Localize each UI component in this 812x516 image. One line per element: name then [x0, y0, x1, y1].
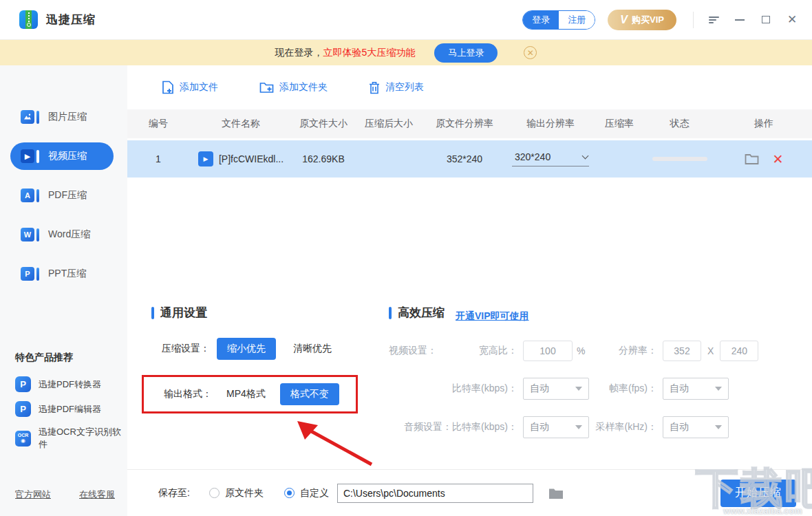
- keep-format-button[interactable]: 格式不变: [280, 383, 339, 405]
- col-compressed-size: 压缩后大小: [354, 118, 423, 130]
- sample-rate-dropdown[interactable]: 自动: [663, 416, 729, 438]
- orig-resolution-value: 352*240: [423, 153, 506, 164]
- ocr-icon: OCR◉: [15, 431, 31, 447]
- file-name: [P]fcCWIEkdl...: [219, 153, 284, 164]
- caret-down-icon: [575, 425, 582, 429]
- featured-products: 特色产品推荐 P 迅捷PDF转换器 P 迅捷PDF编辑器 OCR◉ 迅捷OCR文…: [0, 351, 127, 460]
- notice-close-icon[interactable]: ✕: [524, 46, 537, 59]
- featured-label: 迅捷PDF转换器: [39, 378, 101, 391]
- settings-area: 通用设置 压缩设置： 缩小优先 清晰优先 输出格式： MP4格式 格式不变 高效…: [127, 305, 812, 438]
- mp4-format-button[interactable]: MP4格式: [216, 383, 276, 405]
- clear-list-button[interactable]: 清空列表: [369, 81, 424, 94]
- notice-text: 现在登录，: [275, 47, 323, 59]
- output-format-label: 输出格式：: [164, 388, 212, 400]
- add-file-icon: [162, 80, 174, 94]
- sidebar-item-label: PDF压缩: [48, 189, 87, 202]
- add-folder-label: 添加文件夹: [279, 81, 328, 94]
- bitrate-dropdown[interactable]: 自动: [523, 378, 589, 400]
- add-file-button[interactable]: 添加文件: [162, 80, 218, 94]
- pdf-compress-icon: A: [21, 189, 39, 202]
- clarity-first-button[interactable]: 清晰优先: [283, 338, 342, 360]
- start-compress-button[interactable]: 开始压缩: [720, 480, 796, 507]
- save-original-radio[interactable]: 原文件夹: [209, 487, 264, 499]
- featured-title: 特色产品推荐: [15, 352, 73, 364]
- app-window: 迅捷压缩 登录 注册 V 购买VIP ✕ 现在登录， 立即体验5大压缩功能 马上…: [0, 0, 812, 516]
- titlebar: 迅捷压缩 登录 注册 V 购买VIP ✕: [0, 0, 812, 40]
- shrink-first-button[interactable]: 缩小优先: [217, 338, 276, 360]
- col-ratio: 压缩率: [595, 118, 643, 130]
- notice-bar: 现在登录， 立即体验5大压缩功能 马上登录 ✕: [0, 40, 812, 65]
- login-button[interactable]: 登录: [523, 11, 559, 29]
- online-support-link[interactable]: 在线客服: [79, 488, 115, 501]
- close-icon[interactable]: ✕: [786, 14, 798, 26]
- col-orig-size: 原文件大小: [292, 118, 354, 130]
- output-resolution-value: 320*240: [515, 151, 551, 162]
- audio-bitrate-dropdown[interactable]: 自动: [523, 416, 589, 438]
- sidebar-footer-links: 官方网站 在线客服: [15, 488, 115, 501]
- aspect-ratio-input[interactable]: [523, 341, 573, 361]
- resolution-width-input[interactable]: [663, 341, 701, 361]
- login-now-button[interactable]: 马上登录: [434, 43, 498, 63]
- fps-dropdown[interactable]: 自动: [663, 378, 729, 400]
- table-header: 编号 文件名称 原文件大小 压缩后大小 原文件分辨率 输出分辨率 压缩率 状态 …: [127, 109, 812, 138]
- save-bar: 保存至: 原文件夹 自定义 开始压缩: [127, 469, 812, 516]
- col-orig-resolution: 原文件分辨率: [423, 118, 506, 130]
- col-actions: 操作: [716, 118, 812, 130]
- word-compress-icon: W: [21, 228, 39, 241]
- register-button[interactable]: 注册: [559, 11, 595, 29]
- official-site-link[interactable]: 官方网站: [15, 488, 51, 501]
- featured-ocr[interactable]: OCR◉ 迅捷OCR文字识别软件: [15, 426, 127, 451]
- image-compress-icon: [21, 110, 39, 124]
- save-custom-label: 自定义: [300, 487, 329, 499]
- file-toolbar: 添加文件 添加文件夹 清空列表: [127, 65, 812, 109]
- app-title: 迅捷压缩: [46, 12, 96, 28]
- sidebar-item-image-compress[interactable]: 图片压缩: [10, 103, 114, 131]
- menu-icon[interactable]: [707, 14, 720, 26]
- sidebar-item-ppt-compress[interactable]: P PPT压缩: [10, 260, 114, 288]
- col-output-resolution: 输出分辨率: [506, 118, 595, 130]
- notice-highlight-text: 立即体验5大压缩功能: [323, 47, 416, 59]
- open-folder-icon[interactable]: [745, 153, 759, 165]
- video-setting-label: 视频设置：: [389, 345, 437, 357]
- aspect-ratio-label: 宽高比：: [479, 345, 517, 357]
- featured-pdf-converter[interactable]: P 迅捷PDF转换器: [15, 376, 127, 392]
- output-resolution-dropdown[interactable]: 320*240: [512, 151, 589, 166]
- pdf-editor-icon: P: [15, 401, 31, 417]
- general-settings-title: 通用设置: [151, 305, 389, 321]
- open-vip-link[interactable]: 开通VIP即可使用: [456, 310, 529, 323]
- sidebar-item-pdf-compress[interactable]: A PDF压缩: [10, 182, 114, 209]
- general-settings: 通用设置 压缩设置： 缩小优先 清晰优先 输出格式： MP4格式 格式不变: [151, 305, 389, 438]
- pdf-converter-icon: P: [15, 376, 31, 392]
- featured-label: 迅捷OCR文字识别软件: [39, 426, 127, 451]
- save-path-input[interactable]: [337, 484, 533, 503]
- delete-row-icon[interactable]: ✕: [773, 153, 784, 166]
- compress-setting-label: 压缩设置：: [162, 343, 210, 355]
- row-number: 1: [127, 153, 189, 164]
- maximize-icon[interactable]: [760, 14, 772, 26]
- progress-bar: [652, 157, 707, 161]
- save-to-label: 保存至:: [158, 487, 190, 499]
- browse-folder-icon[interactable]: [548, 487, 564, 499]
- audio-bitrate-label: 音频设置：比特率(kbps)：: [389, 421, 517, 433]
- auth-segment: 登录 注册: [522, 10, 595, 30]
- col-status: 状态: [643, 118, 716, 130]
- caret-down-icon: [715, 425, 722, 429]
- radio-on-icon: [284, 488, 295, 498]
- sidebar-item-word-compress[interactable]: W Word压缩: [10, 221, 114, 248]
- chevron-down-icon: [582, 153, 589, 160]
- window-controls: ✕: [693, 12, 798, 28]
- save-custom-radio[interactable]: 自定义: [284, 487, 329, 499]
- sidebar-item-video-compress[interactable]: ▶ 视频压缩: [10, 142, 114, 170]
- add-folder-button[interactable]: 添加文件夹: [259, 81, 328, 94]
- orig-size-value: 162.69KB: [292, 153, 354, 164]
- resolution-height-input[interactable]: [720, 341, 758, 361]
- featured-pdf-editor[interactable]: P 迅捷PDF编辑器: [15, 401, 127, 417]
- col-no: 编号: [127, 118, 189, 130]
- table-row[interactable]: 1 ▶ [P]fcCWIEkdl... 162.69KB 352*240 320…: [127, 140, 812, 178]
- main-panel: 添加文件 添加文件夹 清空列表 编号 文件名称 原文件大小 压缩后大小 原文件分…: [127, 65, 812, 516]
- buy-vip-button[interactable]: V 购买VIP: [608, 10, 676, 30]
- clear-list-label: 清空列表: [385, 81, 424, 94]
- minimize-icon[interactable]: [734, 14, 746, 26]
- buy-vip-label: 购买VIP: [632, 14, 664, 26]
- sample-rate-value: 自动: [670, 421, 689, 433]
